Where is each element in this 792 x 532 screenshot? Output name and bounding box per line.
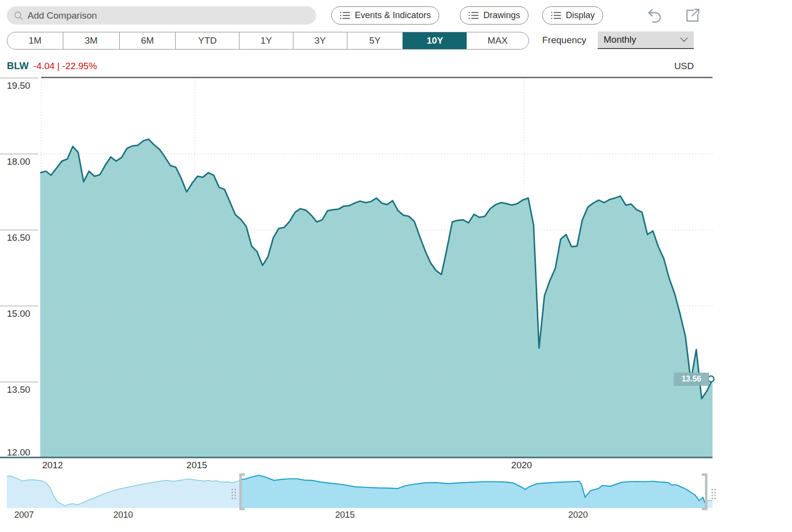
y-axis-label: 15.00 [7, 308, 41, 319]
price-chart-canvas [0, 0, 792, 532]
chart-app: { "toolbar": { "search_placeholder": "Ad… [0, 0, 792, 532]
y-axis-label: 19.50 [7, 80, 41, 91]
x-axis-label: 2012 [42, 460, 65, 471]
y-axis-label: 13.50 [7, 384, 41, 395]
navigator-x-label: 2007 [13, 510, 35, 520]
navigator-right-grip[interactable] [712, 489, 716, 499]
navigator-x-label: 2015 [334, 510, 356, 520]
navigator[interactable] [7, 475, 716, 509]
y-axis-label: 16.50 [7, 232, 41, 243]
navigator-x-label: 2020 [567, 510, 589, 520]
y-axis-label: 18.00 [7, 156, 41, 167]
y-axis-label: 12.00 [7, 447, 41, 458]
navigator-x-label: 2010 [112, 510, 134, 520]
x-axis-label: 2020 [510, 460, 533, 471]
x-axis-label: 2015 [185, 460, 208, 471]
y-axis-ticks [0, 78, 38, 382]
main-area-fill [40, 139, 713, 458]
last-price-tag: 13.56 [674, 373, 709, 386]
